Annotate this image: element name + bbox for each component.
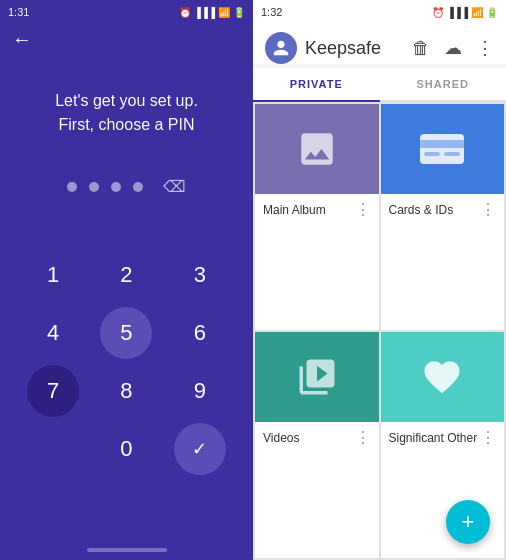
signal-icon: ▐▐▐ (194, 7, 215, 18)
back-button[interactable]: ← (12, 28, 32, 50)
alarm-icon: ⏰ (179, 7, 191, 18)
app-title: Keepsafe (305, 38, 381, 59)
bottom-bar (87, 548, 167, 552)
album-videos-name: Videos (263, 431, 299, 445)
left-status-bar: 1:31 ⏰ ▐▐▐ 📶 🔋 (0, 0, 253, 24)
top-nav: ← (0, 24, 253, 59)
left-status-icons: ⏰ ▐▐▐ 📶 🔋 (179, 7, 245, 18)
pin-dot-2 (89, 182, 99, 192)
right-status-bar: 1:32 ⏰ ▐▐▐ 📶 🔋 (253, 0, 506, 24)
key-2[interactable]: 2 (90, 246, 163, 304)
key-8[interactable]: 8 (90, 362, 163, 420)
album-cards[interactable]: Cards & IDs ⋮ (381, 104, 505, 330)
album-videos[interactable]: Videos ⋮ (255, 332, 379, 558)
key-4[interactable]: 4 (17, 304, 90, 362)
setup-instructions: Let's get you set up. First, choose a PI… (55, 89, 198, 137)
more-vert-icon[interactable]: ⋮ (476, 37, 494, 59)
header-actions: 🗑 ☁ ⋮ (412, 37, 494, 59)
tabs: PRIVATE SHARED (253, 68, 506, 102)
album-main-more[interactable]: ⋮ (355, 200, 371, 219)
right-panel: 1:32 ⏰ ▐▐▐ 📶 🔋 Keepsafe 🗑 ☁ ⋮ PRIVATE SH… (253, 0, 506, 560)
album-main-thumb (255, 104, 379, 194)
battery-icon: 🔋 (233, 7, 245, 18)
svg-rect-1 (420, 140, 464, 148)
avatar (265, 32, 297, 64)
tab-private[interactable]: PRIVATE (253, 68, 380, 102)
delete-icon[interactable]: 🗑 (412, 38, 430, 59)
album-videos-more[interactable]: ⋮ (355, 428, 371, 447)
left-content: Let's get you set up. First, choose a PI… (0, 59, 253, 540)
album-sig-other-thumb (381, 332, 505, 422)
right-status-icons: ⏰ ▐▐▐ 📶 🔋 (432, 7, 498, 18)
pin-dots: ⌫ (67, 177, 186, 196)
album-cards-more[interactable]: ⋮ (480, 200, 496, 219)
wifi-icon: 📶 (218, 7, 230, 18)
pin-dot-1 (67, 182, 77, 192)
numpad: 1 2 3 4 5 6 7 8 9 0 ✓ (17, 246, 237, 478)
album-main-footer: Main Album ⋮ (255, 194, 379, 225)
album-videos-footer: Videos ⋮ (255, 422, 379, 453)
album-cards-thumb (381, 104, 505, 194)
pin-dot-3 (111, 182, 121, 192)
key-5[interactable]: 5 (100, 307, 152, 359)
pin-dot-4 (133, 182, 143, 192)
key-check[interactable]: ✓ (174, 423, 226, 475)
cloud-icon[interactable]: ☁ (444, 37, 462, 59)
key-0[interactable]: 0 (90, 420, 163, 478)
svg-rect-0 (420, 134, 464, 164)
album-sig-other-footer: Significant Other ⋮ (381, 422, 505, 453)
left-time: 1:31 (8, 6, 29, 18)
album-videos-thumb (255, 332, 379, 422)
svg-rect-3 (444, 152, 460, 156)
key-6[interactable]: 6 (163, 304, 236, 362)
left-panel: 1:31 ⏰ ▐▐▐ 📶 🔋 ← Let's get you set up. F… (0, 0, 253, 560)
right-time: 1:32 (261, 6, 282, 18)
r-alarm-icon: ⏰ (432, 7, 444, 18)
album-sig-other-name: Significant Other (389, 431, 478, 445)
album-cards-name: Cards & IDs (389, 203, 454, 217)
album-cards-footer: Cards & IDs ⋮ (381, 194, 505, 225)
tab-shared[interactable]: SHARED (380, 68, 507, 102)
pin-delete-icon[interactable]: ⌫ (163, 177, 186, 196)
r-signal-icon: ▐▐▐ (447, 7, 468, 18)
right-header: Keepsafe 🗑 ☁ ⋮ (253, 24, 506, 64)
key-7[interactable]: 7 (27, 365, 79, 417)
r-battery-icon: 🔋 (486, 7, 498, 18)
album-main-name: Main Album (263, 203, 326, 217)
albums-grid: Main Album ⋮ Cards & IDs ⋮ (253, 102, 506, 560)
r-wifi-icon: 📶 (471, 7, 483, 18)
album-sig-other-more[interactable]: ⋮ (480, 428, 496, 447)
album-main[interactable]: Main Album ⋮ (255, 104, 379, 330)
key-3[interactable]: 3 (163, 246, 236, 304)
key-1[interactable]: 1 (17, 246, 90, 304)
key-empty (17, 420, 90, 478)
key-9[interactable]: 9 (163, 362, 236, 420)
fab-add[interactable]: + (446, 500, 490, 544)
svg-rect-2 (424, 152, 440, 156)
header-left: Keepsafe (265, 32, 381, 64)
